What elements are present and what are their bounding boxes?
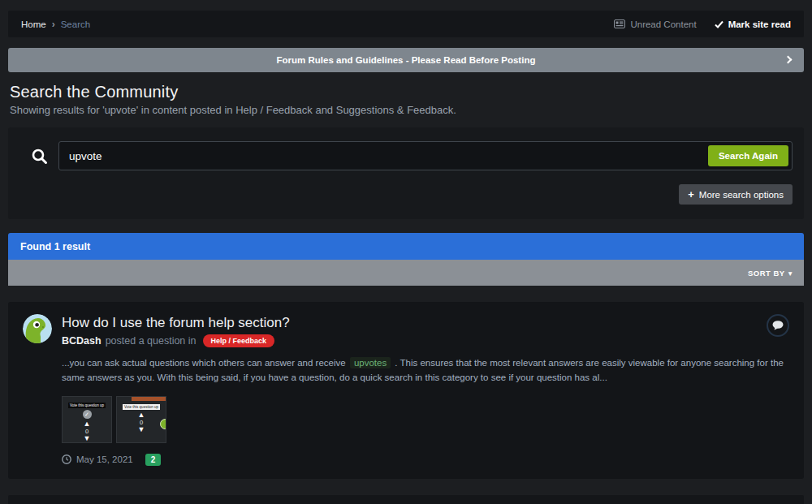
sort-by-dropdown[interactable]: SORT BY ▾ [748, 269, 793, 278]
result-body: ...you can ask actual questions which ot… [62, 356, 789, 466]
thumb2-avatar-fragment [160, 419, 166, 429]
bottom-breadcrumb-bar: Home › Search Unread Content Mark site r… [8, 495, 804, 504]
snippet-highlight: upvotes [350, 357, 391, 368]
mark-site-read-link[interactable]: Mark site read [715, 19, 791, 29]
breadcrumb-actions: Unread Content Mark site read [614, 19, 791, 29]
unread-content-link[interactable]: Unread Content [614, 19, 696, 29]
check-circle-icon: ✓ [83, 410, 92, 419]
result-meta-row: May 15, 2021 2 [62, 454, 789, 466]
page: Home › Search Unread Content Mark site r… [0, 0, 812, 504]
result-header-text: How do I use the forum help section? BCD… [62, 314, 290, 347]
check-icon [715, 20, 723, 28]
clock-icon [62, 454, 71, 464]
caret-down-icon: ▾ [788, 269, 793, 278]
result-date: May 15, 2021 [76, 454, 133, 464]
snippet-before: ...you can ask actual questions which ot… [62, 358, 346, 368]
avatar[interactable] [23, 314, 52, 343]
breadcrumb-home-link[interactable]: Home [21, 19, 46, 29]
result-header: How do I use the forum help section? BCD… [23, 314, 789, 347]
downvote-arrow-icon: ▼ [84, 435, 91, 442]
reply-count-badge: 2 [145, 454, 162, 466]
result-snippet: ...you can ask actual questions which ot… [62, 356, 789, 386]
byline-action-text: posted a question in [106, 335, 197, 347]
thumb1-tooltip-text: Vote this question up [68, 403, 106, 408]
results-count-bar: Found 1 result [8, 233, 804, 260]
search-result-card: How do I use the forum help section? BCD… [8, 302, 804, 479]
mark-site-read-label: Mark site read [728, 19, 791, 29]
search-panel: Search Again + More search options [8, 127, 804, 219]
search-icon [31, 148, 48, 165]
search-options-row: + More search options [19, 184, 793, 205]
upvote-arrow-icon: ▲ [138, 411, 145, 419]
unread-content-label: Unread Content [630, 19, 696, 29]
breadcrumb: Home › Search [21, 19, 90, 30]
downvote-arrow-icon: ▼ [138, 426, 145, 433]
breadcrumb-current-search[interactable]: Search [61, 19, 90, 29]
search-again-button[interactable]: Search Again [708, 145, 788, 166]
chevron-right-icon [784, 56, 793, 64]
breadcrumb-separator-icon: › [52, 19, 55, 30]
author-link[interactable]: BCDash [62, 335, 102, 347]
speech-bubble-icon [772, 321, 784, 330]
more-search-options-label: More search options [699, 190, 784, 200]
category-badge[interactable]: Help / Feedback [203, 334, 275, 347]
top-breadcrumb-bar: Home › Search Unread Content Mark site r… [8, 11, 804, 37]
browse-content-icon [614, 19, 625, 28]
upvote-arrow-icon: ▲ [84, 420, 91, 428]
sort-by-label: SORT BY [748, 269, 785, 278]
content-type-question-button[interactable] [767, 314, 789, 337]
forum-rules-banner-text: Forum Rules and Guidelines - Please Read… [277, 55, 536, 65]
thumb2-tooltip-text: Vote this question up [123, 404, 160, 410]
attachment-thumbnail-1[interactable]: Vote this question up ✓ ▲ 0 ▼ [62, 396, 112, 443]
forum-rules-banner[interactable]: Forum Rules and Guidelines - Please Read… [8, 48, 804, 72]
search-row: Search Again [19, 141, 793, 170]
result-byline: BCDash posted a question in Help / Feedb… [62, 334, 290, 347]
search-input[interactable] [58, 141, 793, 170]
attachment-thumbnails: Vote this question up ✓ ▲ 0 ▼ Vote this … [62, 396, 789, 443]
gecko-avatar-image [23, 314, 52, 343]
search-icon-box [19, 148, 58, 165]
thumb2-orange-bar [132, 397, 166, 401]
result-title-link[interactable]: How do I use the forum help section? [62, 315, 290, 331]
plus-icon: + [688, 189, 694, 200]
more-search-options-button[interactable]: + More search options [679, 184, 793, 205]
page-title: Search the Community [10, 83, 804, 101]
sort-bar: SORT BY ▾ [8, 260, 804, 286]
attachment-thumbnail-2[interactable]: Vote this question up ▲ 0 ▼ [116, 396, 166, 443]
results-count-text: Found 1 result [20, 241, 90, 252]
search-input-wrap: Search Again [58, 141, 793, 170]
page-subtitle: Showing results for 'upvote' in content … [10, 104, 804, 116]
